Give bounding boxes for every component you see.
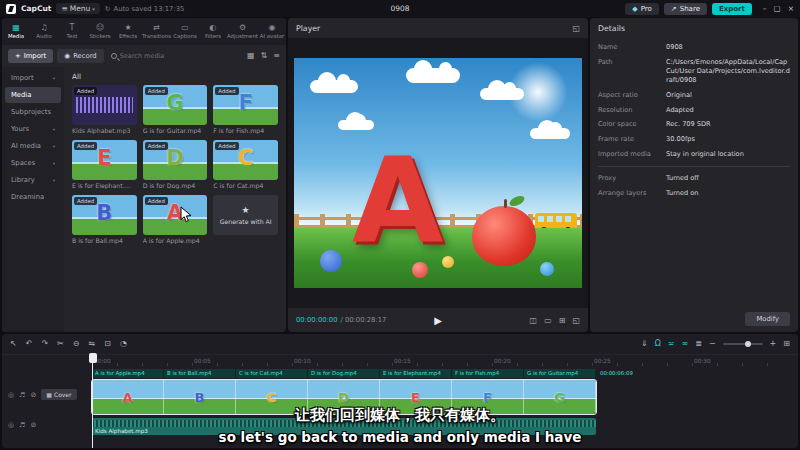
mirror-icon[interactable]: ⇋	[89, 340, 96, 348]
details-field: Arrange layersTurned on	[598, 189, 790, 198]
sidebar-item-spaces[interactable]: Spaces▾	[5, 155, 61, 171]
split-icon[interactable]: ✂	[57, 340, 64, 348]
media-item[interactable]: EAddedE is for Elephant.mp4	[72, 140, 137, 189]
hide-track-icon[interactable]: ◎	[8, 391, 14, 399]
cover-button[interactable]: ▦ Cover	[41, 389, 76, 400]
zoom-slider-knob[interactable]	[745, 341, 751, 347]
tab-transitions[interactable]: ⇄Transitions	[142, 18, 171, 45]
close-button[interactable]: ×	[788, 4, 794, 13]
tab-adjustment[interactable]: ⚙Adjustment	[227, 18, 258, 45]
sidebar-item-library[interactable]: Library▾	[5, 172, 61, 188]
zoom-out-icon[interactable]: −	[709, 340, 716, 348]
redo-icon[interactable]: ↷	[41, 340, 48, 348]
timeline-clip[interactable]: B	[164, 380, 236, 414]
media-thumbnail: FAdded	[213, 85, 278, 125]
video-preview[interactable]: A	[294, 58, 582, 288]
fit-icon[interactable]: ⊞	[783, 340, 790, 348]
media-item[interactable]: AAddedA is for Apple.mp4	[143, 195, 208, 244]
sidebar-item-ai-media[interactable]: AI media▾	[5, 138, 61, 154]
media-item[interactable]: GAddedG is for Guitar.mp4	[143, 85, 208, 134]
fullscreen-icon[interactable]: ◱	[572, 316, 580, 325]
timeline-clip[interactable]: G	[524, 380, 596, 414]
timeline-clip[interactable]: E	[380, 380, 452, 414]
ratio-icon[interactable]: ▭	[544, 316, 552, 325]
sidebar-item-import[interactable]: Import▾	[5, 70, 61, 86]
download-icon[interactable]: ⇓	[641, 340, 648, 348]
mute-track-icon[interactable]: ♬	[19, 421, 25, 429]
modify-button[interactable]: Modify	[745, 312, 790, 326]
select-tool-icon[interactable]: ↖	[10, 340, 17, 348]
media-item[interactable]: DAddedD is for Dog.mp4	[143, 140, 208, 189]
undo-icon[interactable]: ↶	[26, 340, 33, 348]
timeline-clip[interactable]: D	[308, 380, 380, 414]
delete-icon[interactable]: ⊖	[73, 340, 80, 348]
magnet-icon[interactable]: Ω	[655, 340, 661, 348]
crop-icon[interactable]: ⊡	[104, 340, 111, 348]
capcut-window: CapCut ≡ Menu ▾ ↻ Auto saved 13:17:35 09…	[0, 0, 800, 450]
tab-text[interactable]: TText	[58, 18, 86, 45]
lock-track-icon[interactable]: ⊘	[30, 421, 36, 429]
mirror-icon[interactable]: ◫	[530, 316, 538, 325]
expand-panel-icon[interactable]: ◱	[572, 24, 580, 33]
snap-icon[interactable]: ≍	[668, 340, 675, 348]
media-item-name: C is for Cat.mp4	[213, 182, 278, 189]
tab-effects[interactable]: ★Effects	[114, 18, 142, 45]
track-height-icon[interactable]: ≣	[695, 340, 702, 348]
search-box[interactable]	[111, 52, 240, 60]
generate-ai-tile[interactable]: ★Generate with AI	[213, 195, 278, 244]
play-button[interactable]: ▶	[434, 315, 442, 326]
zoom-in-icon[interactable]: +	[770, 340, 777, 348]
sort-icon[interactable]: ⇅	[261, 52, 268, 60]
timeline-clip[interactable]: F	[452, 380, 524, 414]
tab-media[interactable]: ▦Media	[2, 18, 30, 45]
media-item-name: B is for Ball.mp4	[72, 237, 137, 244]
tab-label: Effects	[119, 33, 137, 39]
pro-button[interactable]: ◆ Pro	[625, 3, 659, 15]
timeline-ruler[interactable]: 00:0000:0500:1000:1500:2000:2500:30	[2, 354, 798, 367]
filter-icon[interactable]: ≡	[273, 52, 280, 60]
media-item[interactable]: BAddedB is for Ball.mp4	[72, 195, 137, 244]
mouse-cursor	[180, 206, 192, 227]
media-item[interactable]: CAddedC is for Cat.mp4	[213, 140, 278, 189]
maximize-button[interactable]: ▢	[774, 4, 781, 13]
timeline-clip[interactable]: A	[92, 380, 164, 414]
media-item[interactable]: FAddedF is for Fish.mp4	[213, 85, 278, 134]
details-field: ProxyTurned off	[598, 174, 790, 183]
tab-audio[interactable]: ♫Audio	[30, 18, 58, 45]
zoom-slider[interactable]	[723, 343, 763, 345]
speed-icon[interactable]: ◔	[120, 340, 127, 348]
minimize-button[interactable]: –	[763, 4, 767, 13]
lock-track-icon[interactable]: ⊘	[30, 391, 36, 399]
sidebar-item-media[interactable]: Media	[5, 87, 61, 103]
share-button[interactable]: ↗ Share	[664, 3, 707, 15]
search-input[interactable]	[120, 52, 240, 60]
sidebar-item-label: Dreamina	[11, 193, 44, 201]
sidebar-item-yours[interactable]: Yours▾	[5, 121, 61, 137]
sidebar-item-label: Yours	[11, 125, 29, 133]
tab-label: Text	[67, 33, 78, 39]
hide-track-icon[interactable]: ◎	[8, 421, 14, 429]
sidebar-item-dreamina[interactable]: Dreamina	[5, 189, 61, 205]
ruler-label: 00:05	[194, 358, 211, 364]
grid-view-icon[interactable]: ▦	[247, 52, 255, 60]
tab-filters[interactable]: ◐Filters	[199, 18, 227, 45]
timeline-clip[interactable]: C	[236, 380, 308, 414]
captions-icon: ▭	[181, 24, 189, 32]
export-button[interactable]: Export	[712, 3, 752, 15]
tab-ai-avatar[interactable]: ◉AI avatar	[258, 18, 286, 45]
playhead[interactable]	[92, 354, 93, 448]
link-icon[interactable]: ∞	[682, 340, 689, 348]
video-stage: A	[288, 38, 588, 308]
clip-name-label: D is for Dog.mp4	[308, 369, 380, 378]
tab-stickers[interactable]: ☺Stickers	[86, 18, 114, 45]
audio-clip[interactable]: Kids Alphabet.mp3	[92, 418, 596, 435]
sidebar-item-subprojects[interactable]: Subprojects	[5, 104, 61, 120]
import-button[interactable]: + Import	[8, 49, 53, 63]
record-button[interactable]: ◉ Record	[57, 49, 103, 63]
mute-track-icon[interactable]: ♬	[19, 391, 25, 399]
thumbnail-letter: F	[238, 92, 252, 113]
menu-button[interactable]: ≡ Menu ▾	[56, 3, 99, 14]
grid-icon[interactable]: ⊞	[559, 316, 566, 325]
media-item[interactable]: AddedKids Alphabet.mp3	[72, 85, 137, 134]
tab-captions[interactable]: ▭Captions	[171, 18, 199, 45]
